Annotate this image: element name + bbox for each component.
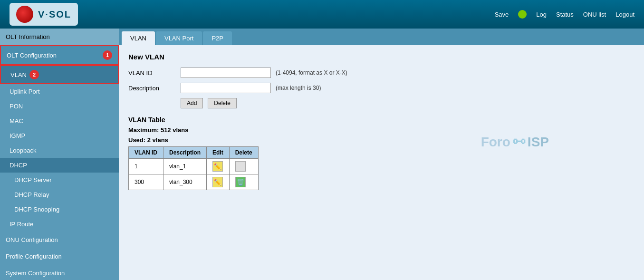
- table-cell-vlan-id-0: 1: [129, 159, 163, 174]
- header: V·SOL Save Log Status ONU list Logout: [0, 0, 644, 29]
- vlan-table-section: VLAN Table Maximum: 512 vlans Used: 2 vl…: [128, 116, 634, 190]
- description-row: Description (max length is 30): [128, 83, 634, 93]
- vlan-id-hint: (1-4094, format as X or X-X): [276, 69, 347, 76]
- sidebar-item-vlan[interactable]: VLAN 2: [0, 65, 119, 84]
- vlan-max-stat: Maximum: 512 vlans: [128, 126, 634, 134]
- table-cell-desc-1: vlan_300: [163, 174, 207, 190]
- col-vlan-id: VLAN ID: [129, 147, 163, 159]
- sidebar-item-onu-config[interactable]: ONU Configuration: [0, 232, 119, 248]
- col-edit: Edit: [207, 147, 230, 159]
- table-cell-desc-0: vlan_1: [163, 159, 207, 174]
- action-buttons-row: Add Delete: [128, 98, 634, 108]
- sidebar-item-uplink-port-label: Uplink Port: [10, 88, 40, 95]
- edit-icon-0[interactable]: ✏️: [212, 161, 223, 172]
- sidebar: OLT Information OLT Configuration 1 VLAN…: [0, 29, 119, 280]
- header-right: Save Log Status ONU list Logout: [495, 10, 634, 19]
- sidebar-item-system-config[interactable]: System Configuration: [0, 265, 119, 280]
- sidebar-item-onu-config-label: ONU Configuration: [6, 236, 58, 243]
- tab-vlan-port-label: VLAN Port: [164, 35, 193, 42]
- sidebar-item-dhcp[interactable]: DHCP: [0, 158, 119, 173]
- col-description: Description: [163, 147, 207, 159]
- sidebar-item-ip-route[interactable]: IP Route: [0, 217, 119, 232]
- sidebar-item-profile-config[interactable]: Profile Configuration: [0, 248, 119, 265]
- vlan-badge: 2: [29, 70, 39, 79]
- vlan-table-title: VLAN Table: [128, 116, 634, 124]
- save-button[interactable]: Save: [495, 11, 509, 18]
- sidebar-item-dhcp-server-label: DHCP Server: [14, 176, 52, 183]
- onu-list-button[interactable]: ONU list: [583, 11, 606, 18]
- tab-vlan[interactable]: VLAN: [122, 31, 155, 45]
- sidebar-item-igmp[interactable]: IGMP: [0, 128, 119, 143]
- sidebar-item-vlan-label: VLAN: [10, 71, 27, 78]
- description-input[interactable]: [181, 83, 271, 93]
- sidebar-item-dhcp-label: DHCP: [10, 162, 27, 169]
- sidebar-item-profile-config-label: Profile Configuration: [6, 253, 62, 260]
- vlan-id-label: VLAN ID: [128, 69, 176, 77]
- sidebar-item-igmp-label: IGMP: [10, 132, 25, 139]
- log-button[interactable]: Log: [536, 11, 547, 18]
- tab-p2p-label: P2P: [211, 35, 223, 42]
- add-button[interactable]: Add: [181, 98, 203, 108]
- sidebar-item-olt-info[interactable]: OLT Information: [0, 29, 119, 45]
- tab-p2p[interactable]: P2P: [203, 31, 232, 45]
- sidebar-item-system-config-label: System Configuration: [6, 270, 65, 277]
- sidebar-item-mac-label: MAC: [10, 117, 23, 125]
- table-cell-delete-1: 🗑️: [229, 174, 258, 190]
- sidebar-item-dhcp-snooping-label: DHCP Snooping: [14, 206, 59, 213]
- logout-button[interactable]: Logout: [615, 11, 634, 18]
- edit-icon-1[interactable]: ✏️: [212, 177, 223, 187]
- logo-icon: [16, 6, 33, 23]
- layout: OLT Information OLT Configuration 1 VLAN…: [0, 29, 644, 280]
- tab-bar: VLAN VLAN Port P2P: [119, 29, 644, 45]
- sidebar-item-pon[interactable]: PON: [0, 99, 119, 114]
- sidebar-item-ip-route-label: IP Route: [10, 221, 33, 228]
- sidebar-item-dhcp-server[interactable]: DHCP Server: [0, 173, 119, 187]
- table-cell-vlan-id-1: 300: [129, 174, 163, 190]
- delete-icon-0[interactable]: [235, 161, 246, 172]
- sidebar-item-dhcp-snooping[interactable]: DHCP Snooping: [0, 202, 119, 217]
- delete-icon-1[interactable]: 🗑️: [235, 177, 246, 187]
- logo-area: V·SOL: [10, 3, 78, 26]
- table-cell-edit-0: ✏️: [207, 159, 230, 174]
- tab-vlan-port[interactable]: VLAN Port: [156, 31, 202, 45]
- delete-button[interactable]: Delete: [208, 98, 237, 108]
- vlan-id-row: VLAN ID (1-4094, format as X or X-X): [128, 68, 634, 78]
- col-delete: Delete: [229, 147, 258, 159]
- sidebar-item-olt-config[interactable]: OLT Configuration 1: [0, 45, 119, 65]
- tab-vlan-label: VLAN: [130, 35, 146, 42]
- sidebar-item-loopback-label: Loopback: [10, 147, 36, 154]
- sidebar-item-uplink-port[interactable]: Uplink Port: [0, 84, 119, 99]
- status-button[interactable]: Status: [556, 11, 574, 18]
- table-cell-delete-0: [229, 159, 258, 174]
- sidebar-item-dhcp-relay-label: DHCP Relay: [14, 191, 49, 198]
- table-cell-edit-1: ✏️: [207, 174, 230, 190]
- olt-config-badge: 1: [103, 50, 112, 60]
- vlan-table: VLAN ID Description Edit Delete 1vlan_1✏…: [128, 146, 259, 190]
- sidebar-item-pon-label: PON: [10, 103, 23, 110]
- sidebar-item-olt-config-label: OLT Configuration: [7, 52, 57, 59]
- sidebar-item-dhcp-relay[interactable]: DHCP Relay: [0, 187, 119, 202]
- sidebar-item-olt-info-label: OLT Information: [6, 33, 50, 40]
- description-label: Description: [128, 85, 176, 92]
- vlan-id-input[interactable]: [181, 68, 271, 78]
- vlan-used-stat: Used: 2 vlans: [128, 136, 634, 144]
- description-hint: (max length is 30): [276, 85, 321, 91]
- content-area: New VLAN VLAN ID (1-4094, format as X or…: [119, 45, 644, 198]
- logo-text: V·SOL: [38, 9, 71, 20]
- new-vlan-title: New VLAN: [128, 53, 634, 61]
- status-indicator: [518, 10, 527, 19]
- main-content: VLAN VLAN Port P2P New VLAN VLAN ID (1-4…: [119, 29, 644, 280]
- sidebar-item-mac[interactable]: MAC: [0, 114, 119, 128]
- sidebar-item-loopback[interactable]: Loopback: [0, 143, 119, 158]
